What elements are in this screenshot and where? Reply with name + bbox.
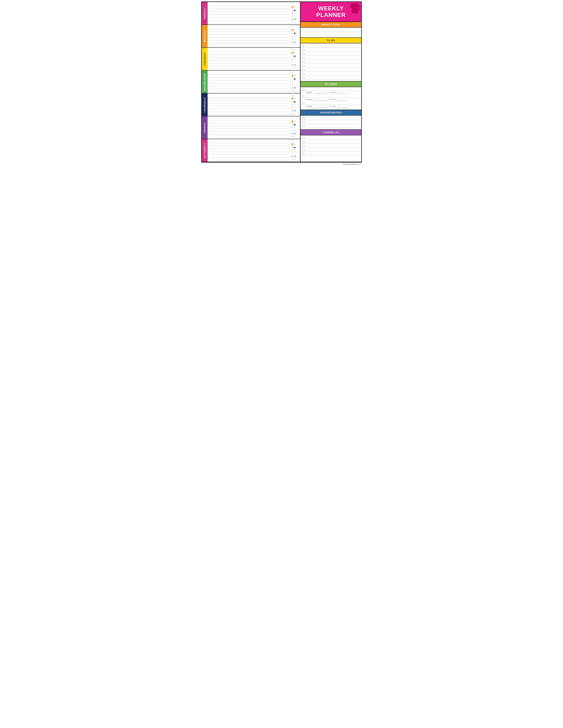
day-lines-monday <box>207 25 291 47</box>
todo-item-7 <box>303 68 360 72</box>
day-lines-tuesday <box>207 48 291 70</box>
weekly-goal-header: WEEKLY GOAL <box>301 22 361 28</box>
review-item-1: Company: Due Date: <box>303 88 360 94</box>
svg-point-0 <box>353 7 354 7</box>
weekly-goal-content <box>301 28 361 38</box>
day-label-wednesday: WEDNESDAY <box>202 71 207 93</box>
tumblr-icon: t <box>294 15 294 17</box>
instagram-icon: 📷 <box>294 9 296 11</box>
weekly-planner-page: SUNDAY ✉f 📶g⁺ ♻📷 🗑𝕡 ⚙t 🔗🐦 ✎▶ MONDAY <box>201 1 362 162</box>
cat-silhouette-icon <box>350 3 360 14</box>
day-icons-friday: ✉f 📶g⁺ ♻📷 🗑𝕡 ⚙t 🔗🐦 ✎▶ <box>291 116 300 139</box>
pinterest-icon: 𝕡 <box>294 12 295 14</box>
youtube-icon: ▶ <box>294 21 295 23</box>
coming-up-header: COMING UP <box>301 130 361 135</box>
day-lines-saturday <box>207 139 291 162</box>
todo-item-8 <box>303 72 360 76</box>
day-label-friday: FRIDAY <box>202 116 207 139</box>
header-box: WEEKLY PLANNER <box>301 2 361 22</box>
day-row-sunday: SUNDAY ✉f 📶g⁺ ♻📷 🗑𝕡 ⚙t 🔗🐦 ✎▶ <box>202 2 300 25</box>
day-icons-saturday: ✉f 📶g⁺ ♻📷 🗑𝕡 ⚙t 🔗🐦 ✎▶ <box>291 139 300 162</box>
opp-item-3 <box>303 125 360 128</box>
day-lines-sunday <box>207 2 291 24</box>
day-label-thursday: THURSDAY <box>202 93 207 116</box>
day-label-tuesday: TUESDAY <box>202 48 207 70</box>
coming-up-item-2 <box>303 140 360 144</box>
chart-icon: 📶 <box>292 6 294 8</box>
day-row-friday: FRIDAY ✉f 📶g⁺ ♻📷 🗑𝕡 ⚙t 🔗🐦 ✎▶ <box>202 116 300 139</box>
header-title: WEEKLY PLANNER <box>316 5 346 18</box>
todo-item-3 <box>303 52 360 56</box>
opportunities-header: OPPORTUNITIES <box>301 110 361 116</box>
footer: www.blackcatnails.com <box>201 162 362 166</box>
trash-icon: 🗑 <box>292 12 293 14</box>
opportunities-content <box>301 116 361 130</box>
day-row-saturday: SATURDAY ✉f 📶g⁺ ♻📷 🗑𝕡 ⚙t 🔗🐦 ✎▶ <box>202 139 300 162</box>
day-lines-thursday <box>207 93 291 116</box>
day-icons-tuesday: ✉f 📶g⁺ ♻📷 🗑𝕡 ⚙t 🔗🐦 ✎▶ <box>291 48 300 70</box>
recycle-icon: ♻ <box>292 9 293 11</box>
facebook-icon: f <box>294 3 294 5</box>
gplus-icon: g⁺ <box>294 6 296 8</box>
right-column: WEEKLY PLANNER WEEKLY GOAL TO DO <box>301 2 361 162</box>
todo-circle <box>303 45 305 47</box>
day-icons-thursday: ✉f 📶g⁺ ♻📷 🗑𝕡 ⚙t 🔗🐦 ✎▶ <box>291 93 300 116</box>
email-icon: ✉ <box>292 3 293 5</box>
todo-item-4 <box>303 56 360 60</box>
day-icons-sunday: ✉f 📶g⁺ ♻📷 🗑𝕡 ⚙t 🔗🐦 ✎▶ <box>291 2 300 24</box>
to-do-content <box>301 43 361 81</box>
coming-up-item-3 <box>303 144 360 148</box>
coming-up-item-4 <box>303 148 360 152</box>
coming-up-content <box>301 135 361 162</box>
day-row-thursday: THURSDAY ✉f 📶g⁺ ♻📷 🗑𝕡 ⚙t 🔗🐦 ✎▶ <box>202 93 300 116</box>
day-icons-wednesday: ✉f 📶g⁺ ♻📷 🗑𝕡 ⚙t 🔗🐦 ✎▶ <box>291 71 300 93</box>
day-lines-wednesday <box>207 71 291 93</box>
day-lines-friday <box>207 116 291 139</box>
day-row-tuesday: TUESDAY ✉f 📶g⁺ ♻📷 🗑𝕡 ⚙t 🔗🐦 ✎▶ <box>202 48 300 71</box>
opp-item-1 <box>303 117 360 120</box>
day-label-sunday: SUNDAY <box>202 2 207 24</box>
footer-url: www.blackcatnails.com <box>343 163 360 165</box>
review-item-2: Company: Due Date: <box>303 95 360 101</box>
reviews-content: Company: Due Date: Company: Due Date: <box>301 87 361 110</box>
todo-item-1 <box>303 44 360 48</box>
to-do-header: TO DO <box>301 38 361 43</box>
days-column: SUNDAY ✉f 📶g⁺ ♻📷 🗑𝕡 ⚙t 🔗🐦 ✎▶ MONDAY <box>202 2 301 162</box>
opp-item-2 <box>303 121 360 124</box>
coming-up-item-5 <box>303 152 360 156</box>
review-item-3: Company: Due Date: <box>303 102 360 107</box>
day-label-saturday: SATURDAY <box>202 139 207 162</box>
day-row-wednesday: WEDNESDAY ✉f 📶g⁺ ♻📷 🗑𝕡 ⚙t 🔗🐦 ✎▶ <box>202 71 300 93</box>
todo-item-2 <box>303 48 360 52</box>
link-icon: 🔗 <box>292 19 294 20</box>
todo-item-6 <box>303 64 360 68</box>
coming-up-item-1 <box>303 136 360 140</box>
day-row-monday: MONDAY ✉f 📶g⁺ ♻📷 🗑𝕡 ⚙t 🔗🐦 ✎▶ <box>202 25 300 48</box>
day-icons-monday: ✉f 📶g⁺ ♻📷 🗑𝕡 ⚙t 🔗🐦 ✎▶ <box>291 25 300 47</box>
gear-icon: ⚙ <box>292 15 293 17</box>
twitter-icon: 🐦 <box>294 19 296 20</box>
todo-item-9 <box>303 76 360 80</box>
edit-icon: ✎ <box>292 21 293 23</box>
reviews-header: REVIEWS <box>301 81 361 87</box>
svg-point-1 <box>355 7 356 7</box>
todo-item-5 <box>303 60 360 64</box>
day-label-monday: MONDAY <box>202 25 207 47</box>
